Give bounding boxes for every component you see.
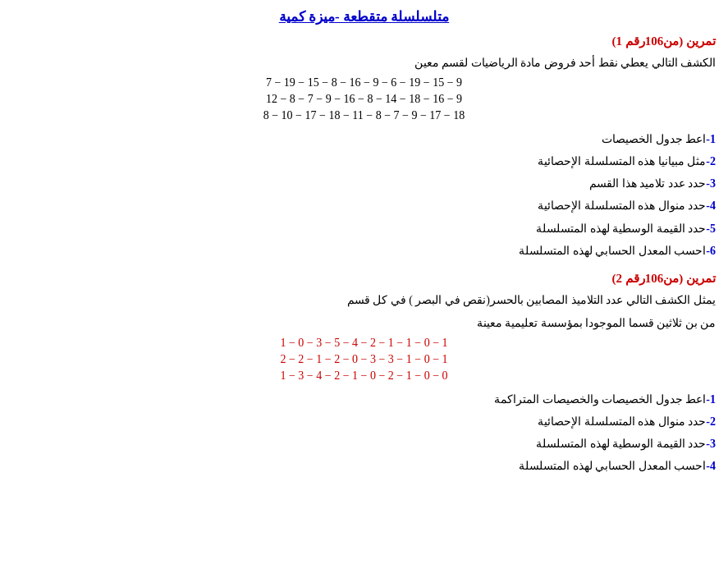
exercise1-question-3: 3-حدد عدد تلاميد هذا القسم (12, 173, 716, 194)
exercise2-question-2: 2-حدد منوال هذه المتسلسلة الإحصائية (12, 411, 716, 432)
exercise2-description-line2: من بن ثلاثين قسما الموجودا بمؤسسة تعليمي… (12, 314, 716, 333)
exercise2-data-line-2: 2 − 2 − 1 − 2 − 0 − 3 − 3 − 1 − 0 − 1 (12, 353, 716, 366)
exercise2-title: تمرين (من106رقم 2) (12, 271, 716, 286)
exercise1-question-1: 1-اعط جدول الخصيصات (12, 129, 716, 149)
exercise1-questions: 1-اعط جدول الخصيصات2-مثل مبيانيا هذه الم… (12, 129, 716, 261)
exercise1-question-5: 5-حدد القيمة الوسطية لهذه المتسلسلة (12, 218, 716, 239)
exercise2-questions: 1-اعط جدول الخصيصات والخصيصات المتراكمة2… (12, 389, 716, 477)
exercise1-question-2: 2-مثل مبيانيا هذه المتسلسلة الإحصائية (12, 151, 716, 172)
exercise2-question-3: 3-حدد القيمة الوسطية لهذه المتسلسلة (12, 433, 716, 454)
exercise2-question-4: 4-احسب المعدل الحسابي لهذه المتسلسلة (12, 456, 716, 476)
exercise2-question-1: 1-اعط جدول الخصيصات والخصيصات المتراكمة (12, 389, 716, 410)
exercise2-data-line-1: 1 − 0 − 3 − 5 − 4 − 2 − 1 − 1 − 0 − 1 (12, 337, 716, 350)
exercise1-data-line-1: 7 − 19 − 15 − 8 − 16 − 9 − 6 − 19 − 15 −… (12, 76, 716, 89)
exercise1-description: الكشف التالي يعطي نقط أحد فروض مادة الري… (12, 53, 716, 73)
exercise1-data-line-3: 8 − 10 − 17 − 18 − 11 − 8 − 7 − 9 − 17 −… (12, 109, 716, 122)
exercise1-question-6: 6-احسب المعدل الحسابي لهذه المتسلسلة (12, 241, 716, 261)
page-title: متلسلسلة متقطعة -ميزة كمية (12, 8, 716, 25)
exercise2-description-line1: يمثل الكشف التالي عدد التلاميذ المصابين … (12, 291, 716, 310)
exercise1-question-4: 4-حدد منوال هذه المتسلسلة الإحصائية (12, 195, 716, 216)
exercise1-title: تمرين (من106رقم 1) (12, 34, 716, 48)
exercise1-data-line-2: 12 − 8 − 7 − 9 − 16 − 8 − 14 − 18 − 16 −… (12, 93, 716, 106)
exercise2-data-line-3: 1 − 3 − 4 − 2 − 1 − 0 − 2 − 1 − 0 − 0 (12, 369, 716, 383)
